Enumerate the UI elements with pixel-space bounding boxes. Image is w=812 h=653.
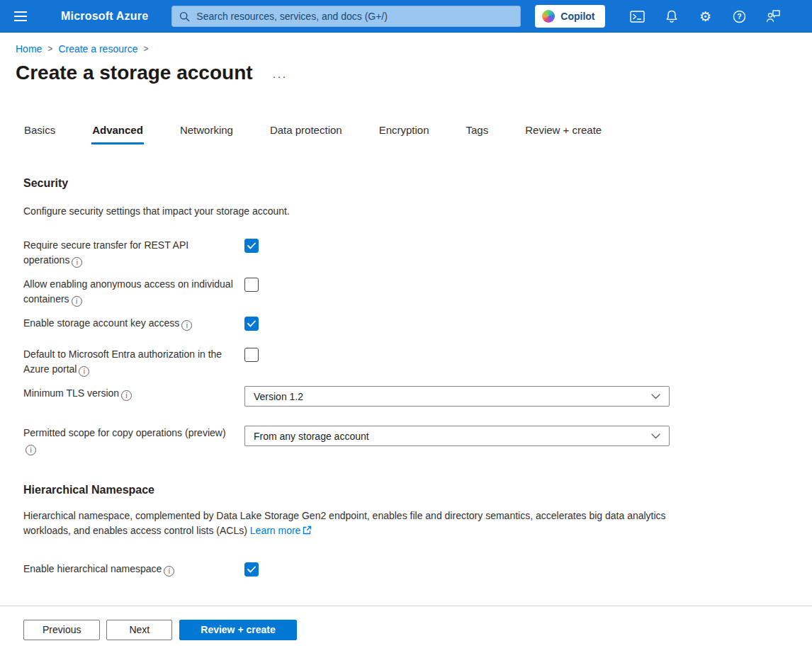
key-access-checkbox[interactable] [244, 317, 259, 331]
info-icon[interactable] [26, 445, 36, 455]
info-icon[interactable] [181, 320, 192, 331]
global-search[interactable] [171, 6, 521, 27]
form-row-hierarchical-namespace: Enable hierarchical namespace [23, 562, 812, 577]
top-bar: Microsoft Azure Copilot ⚙ ? [0, 0, 812, 33]
info-icon[interactable] [72, 296, 82, 307]
hierarchical-namespace-checkbox[interactable] [244, 562, 259, 577]
breadcrumb-separator: > [143, 44, 148, 54]
next-button[interactable]: Next [106, 620, 172, 640]
tab-networking[interactable]: Networking [179, 124, 234, 144]
tab-data-protection[interactable]: Data protection [269, 124, 343, 144]
security-section-description: Configure security settings that impact … [23, 204, 668, 219]
svg-text:?: ? [737, 12, 741, 21]
chevron-down-icon [651, 394, 660, 399]
learn-more-link[interactable]: Learn more [250, 525, 301, 536]
page-title: Create a storage account [16, 62, 253, 84]
field-label: Allow enabling anonymous access on indiv… [23, 278, 233, 305]
cloud-shell-icon[interactable] [621, 4, 655, 28]
entra-authorization-checkbox[interactable] [244, 348, 259, 362]
copilot-button[interactable]: Copilot [535, 5, 604, 28]
hamburger-menu-icon[interactable] [9, 4, 33, 28]
field-label: Enable storage account key access [23, 317, 179, 329]
tab-tags[interactable]: Tags [466, 124, 490, 144]
copilot-icon [542, 10, 555, 23]
breadcrumb-home-link[interactable]: Home [16, 43, 42, 55]
info-icon[interactable] [79, 366, 89, 377]
tab-review-create[interactable]: Review + create [524, 124, 602, 144]
check-icon [247, 242, 256, 249]
field-label: Require secure transfer for REST API ope… [23, 239, 188, 266]
copilot-label: Copilot [560, 11, 594, 22]
check-icon [247, 320, 256, 327]
form-row-entra-authorization: Default to Microsoft Entra authorization… [23, 347, 812, 377]
tab-advanced[interactable]: Advanced [91, 124, 144, 144]
breadcrumb-create-resource-link[interactable]: Create a resource [58, 43, 137, 55]
search-input[interactable] [196, 11, 513, 22]
secure-transfer-checkbox[interactable] [244, 239, 259, 253]
form-row-tls-version: Minimum TLS version Version 1.2 [23, 386, 812, 407]
brand-title[interactable]: Microsoft Azure [61, 10, 148, 23]
more-options-icon[interactable]: ··· [273, 64, 288, 82]
tab-encryption[interactable]: Encryption [378, 124, 430, 144]
wizard-footer: Previous Next Review + create [0, 606, 812, 653]
previous-button[interactable]: Previous [23, 620, 100, 640]
info-icon[interactable] [72, 257, 82, 268]
tls-version-select[interactable]: Version 1.2 [244, 386, 670, 407]
field-label: Enable hierarchical namespace [23, 563, 162, 574]
breadcrumb: Home > Create a resource > [0, 33, 812, 55]
external-link-icon [303, 526, 312, 535]
help-icon[interactable]: ? [723, 4, 757, 28]
form-row-anonymous-access: Allow enabling anonymous access on indiv… [23, 277, 812, 307]
field-label: Default to Microsoft Entra authorization… [23, 348, 222, 375]
wizard-tabs: Basics Advanced Networking Data protecti… [23, 124, 812, 144]
feedback-icon[interactable] [757, 4, 791, 28]
field-label: Minimum TLS version [23, 387, 119, 399]
form-row-secure-transfer: Require secure transfer for REST API ope… [23, 238, 812, 268]
tab-basics[interactable]: Basics [23, 124, 56, 144]
review-create-button[interactable]: Review + create [179, 620, 296, 640]
select-value: From any storage account [254, 431, 369, 442]
chevron-down-icon [651, 433, 660, 439]
field-label: Permitted scope for copy operations (pre… [23, 427, 226, 438]
settings-gear-icon[interactable]: ⚙ [689, 4, 723, 28]
copy-scope-select[interactable]: From any storage account [244, 426, 670, 446]
breadcrumb-separator: > [47, 44, 52, 54]
info-icon[interactable] [164, 566, 174, 577]
topbar-icon-group: ⚙ ? [621, 4, 791, 28]
form-row-key-access: Enable storage account key access [23, 316, 812, 331]
select-value: Version 1.2 [254, 391, 303, 402]
notifications-bell-icon[interactable] [655, 4, 689, 28]
hierarchical-namespace-heading: Hierarchical Namespace [23, 484, 812, 496]
check-icon [247, 566, 256, 573]
search-icon [179, 11, 190, 22]
security-section-heading: Security [23, 177, 812, 190]
hierarchical-namespace-description: Hierarchical namespace, complemented by … [23, 509, 668, 538]
info-icon[interactable] [121, 390, 132, 401]
anonymous-access-checkbox[interactable] [244, 278, 259, 292]
form-row-copy-scope: Permitted scope for copy operations (pre… [23, 426, 812, 455]
